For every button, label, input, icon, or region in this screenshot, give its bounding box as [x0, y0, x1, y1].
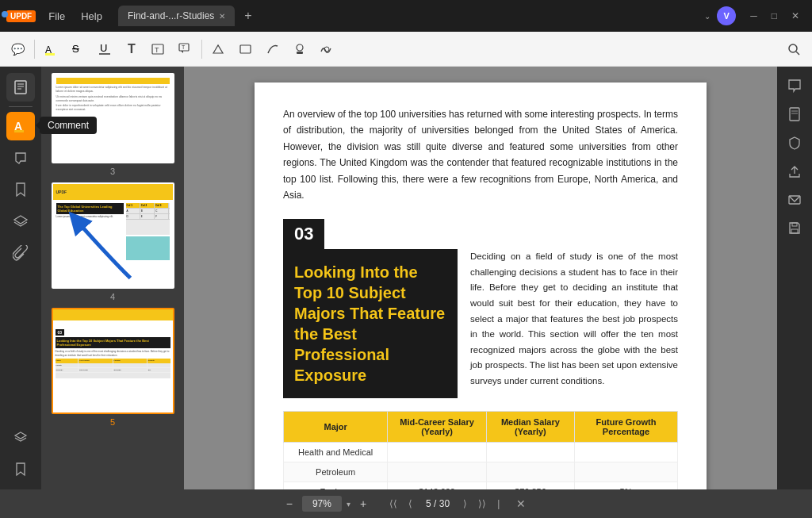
svg-text:U: U [100, 42, 107, 54]
toolbar: 💬 A S U T T T [0, 32, 812, 67]
bookmarks-panel-button[interactable] [6, 175, 35, 204]
thumbnail-page-number-5: 5 [110, 417, 115, 427]
text-box-button[interactable]: T [146, 38, 170, 60]
svg-point-11 [297, 44, 303, 51]
separator-line [9, 106, 33, 107]
thumbnail-page-5[interactable]: 03 Looking Into the Top 10 Subject Major… [48, 308, 178, 427]
shape-tool-button[interactable] [234, 38, 258, 60]
data-table: Major Mid-Career Salary (Yearly) Median … [283, 411, 678, 489]
pages-panel-button[interactable] [6, 73, 35, 102]
table-cell-0-0: Health and Medical [284, 443, 388, 462]
minimize-button[interactable]: ─ [744, 7, 764, 25]
layers-button[interactable] [6, 423, 35, 451]
table-row: Zoology$142,000$76,8565% [284, 482, 678, 489]
bookmark-button[interactable] [6, 455, 35, 483]
signature-tool-button[interactable] [315, 38, 339, 60]
table-cell-2-3: 5% [574, 482, 677, 489]
table-cell-2-2: $76,856 [486, 482, 574, 489]
left-sidebar: A Comment [0, 67, 41, 489]
security-right-button[interactable] [782, 130, 807, 155]
first-page-button[interactable]: ⟨⟨ [385, 496, 401, 512]
zoom-out-button[interactable]: − [282, 495, 297, 512]
chevron-down-icon[interactable]: ⌄ [704, 12, 710, 21]
svg-text:T: T [155, 46, 159, 54]
active-tab[interactable]: Find-and-...r-Studies ✕ [118, 6, 235, 26]
stamp-tool-button[interactable] [288, 38, 312, 60]
svg-rect-10 [240, 45, 251, 53]
svg-text:T: T [182, 44, 186, 50]
highlight-panel-button[interactable]: A Comment [6, 112, 35, 140]
menu-file[interactable]: File [42, 7, 71, 25]
main-layout: A Comment L [0, 67, 812, 489]
last-page-button[interactable]: ⟩⟩ [474, 496, 490, 512]
svg-rect-1 [45, 53, 55, 56]
underline-tool-button[interactable]: U [94, 38, 117, 60]
save-right-button[interactable] [782, 216, 807, 241]
strikethrough-tool-button[interactable]: S [67, 38, 90, 60]
text-tool-button[interactable]: T [121, 38, 143, 60]
table-header-mid-career: Mid-Career Salary (Yearly) [388, 412, 487, 443]
thumbnail-page-3[interactable]: Lorem ipsum dolor sit amet consectetur a… [48, 73, 178, 176]
table-header-major: Major [284, 412, 388, 443]
maximize-button[interactable]: □ [765, 7, 783, 25]
thumbnail-page-number-3: 3 [110, 167, 115, 176]
section-number-badge: 03 [283, 219, 324, 249]
page-navigation: ⟨⟨ ⟨ 5 / 30 ⟩ ⟩⟩ | ✕ [385, 495, 530, 512]
comment-tool-button[interactable]: 💬 [6, 38, 29, 60]
svg-marker-23 [15, 432, 26, 439]
table-cell-2-0: Zoology [284, 482, 388, 489]
thumbnail-page-4[interactable]: UPDF The Top Global Universities Leading… [48, 182, 178, 301]
share-right-button[interactable] [782, 159, 807, 184]
svg-rect-12 [297, 52, 303, 54]
svg-marker-22 [14, 216, 27, 224]
svg-rect-30 [791, 229, 798, 233]
search-button[interactable] [782, 38, 806, 60]
draw-tool-button[interactable] [207, 38, 231, 60]
table-cell-0-1 [388, 443, 487, 462]
table-cell-2-1: $142,000 [388, 482, 487, 489]
svg-line-15 [796, 52, 799, 55]
menu-help[interactable]: Help [75, 7, 109, 25]
email-right-button[interactable] [782, 187, 807, 213]
nav-close-button[interactable]: ✕ [511, 495, 530, 512]
window-controls: ─ □ ✕ [744, 7, 806, 25]
thumbnail-panel: Lorem ipsum dolor sit amet consectetur a… [41, 67, 184, 489]
pencil-tool-button[interactable] [261, 38, 285, 60]
close-button[interactable]: ✕ [785, 7, 806, 25]
tab-title: Find-and-...r-Studies [128, 10, 214, 21]
attachments-panel-button[interactable] [6, 239, 35, 267]
title-bar: UPDF File Help Find-and-...r-Studies ✕ +… [0, 0, 812, 32]
prev-page-button[interactable]: ⟨ [404, 496, 416, 512]
thumbnail-image-4: UPDF The Top Global Universities Leading… [52, 182, 174, 289]
zoom-in-button[interactable]: + [355, 495, 371, 512]
table-header-median: Median Salary (Yearly) [486, 412, 574, 443]
page-number-display: 5 / 30 [419, 496, 456, 512]
zoom-value-display: 97% [302, 496, 342, 512]
table-row: Health and Medical [284, 443, 678, 462]
section-body: Deciding on a field of study is one of t… [470, 249, 678, 398]
table-header-growth: Future Growth Percentage [574, 412, 677, 443]
pdf-page: An overview of the top 100 universities … [255, 82, 707, 489]
avatar[interactable]: V [717, 6, 736, 25]
layers-panel-button[interactable] [6, 207, 35, 236]
table-row: Petroleum [284, 462, 678, 482]
zoom-dropdown-button[interactable]: ▾ [347, 500, 350, 508]
tab-close-button[interactable]: ✕ [219, 12, 225, 21]
new-tab-button[interactable]: + [238, 6, 258, 26]
text-callout-button[interactable]: T [173, 38, 197, 60]
toolbar-separator-2 [201, 40, 202, 59]
highlight-tool-button[interactable]: A [40, 38, 63, 60]
fit-width-button[interactable]: | [493, 496, 504, 512]
content-area[interactable]: An overview of the top 100 universities … [184, 67, 777, 489]
pages-right-button[interactable] [782, 102, 807, 127]
annotations-panel-button[interactable] [6, 144, 35, 172]
table-cell-1-1 [388, 462, 487, 482]
intro-paragraph: An overview of the top 100 universities … [283, 106, 678, 203]
comment-right-button[interactable] [782, 73, 807, 98]
table-cell-0-2 [486, 443, 574, 462]
bottom-bar: − 97% ▾ + ⟨⟨ ⟨ 5 / 30 ⟩ ⟩⟩ | ✕ [0, 489, 812, 518]
svg-rect-16 [15, 81, 26, 94]
right-sidebar [777, 67, 812, 489]
thumbnail-page-number-4: 4 [110, 292, 115, 301]
next-page-button[interactable]: ⟩ [459, 496, 471, 512]
